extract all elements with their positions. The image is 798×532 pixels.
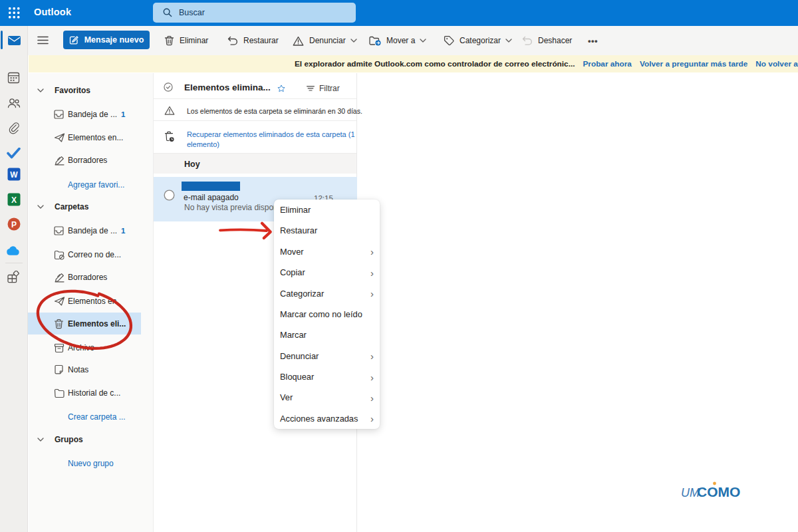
svg-text:COMO: COMO xyxy=(697,484,740,499)
svg-text:P: P xyxy=(11,220,17,229)
svg-text:W: W xyxy=(10,170,18,180)
svg-text:X: X xyxy=(11,196,17,205)
